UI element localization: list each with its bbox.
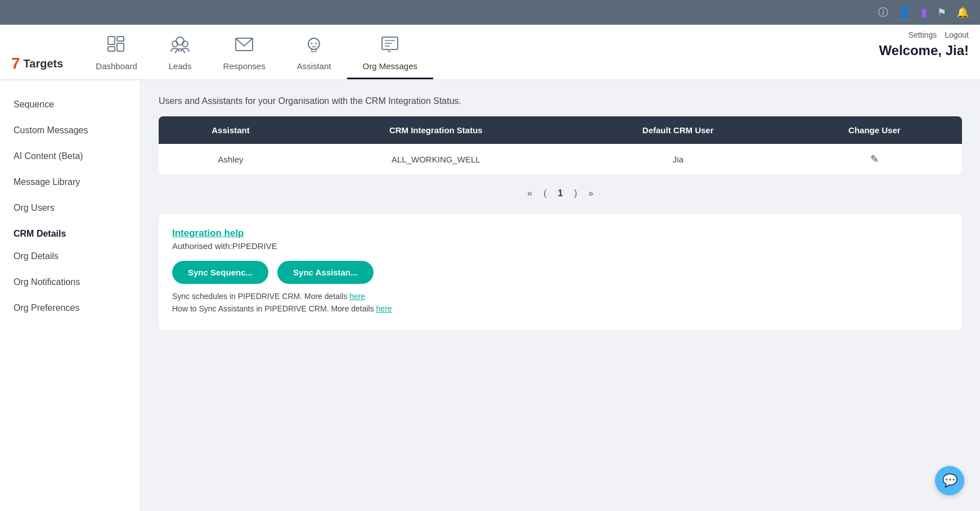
pagination: « ( 1 ) » — [159, 188, 962, 198]
nav-item-responses[interactable]: Responses — [208, 30, 281, 79]
svg-rect-3 — [117, 43, 124, 51]
nav-item-dashboard[interactable]: Dashboard — [80, 30, 152, 79]
sidebar-item-org-notifications[interactable]: Org Notifications — [0, 269, 140, 295]
flag-icon[interactable]: ⚑ — [937, 6, 946, 19]
content-description: Users and Assistants for your Organisati… — [159, 96, 962, 106]
crm-details-section: Integration help Authorised with:PIPEDRI… — [159, 214, 962, 330]
header-right: Settings Logout Welcome, Jia! — [879, 30, 969, 63]
sidebar-item-org-preferences[interactable]: Org Preferences — [0, 295, 140, 321]
svg-point-8 — [308, 38, 320, 49]
nav-label-org-messages: Org Messages — [363, 61, 418, 71]
col-change-user: Change User — [787, 116, 962, 144]
edit-icon[interactable]: ✎ — [870, 153, 879, 165]
cell-change-user[interactable]: ✎ — [787, 144, 962, 175]
cell-crm-status: ALL_WORKING_WELL — [303, 144, 569, 175]
nav-items: Dashboard Leads — [80, 30, 433, 79]
logo[interactable]: 7Targets — [11, 55, 63, 79]
pagination-last[interactable]: » — [588, 188, 594, 198]
svg-rect-11 — [312, 49, 316, 52]
user-icon[interactable]: 👤 — [898, 6, 911, 19]
nav-item-org-messages[interactable]: Org Messages — [347, 30, 434, 79]
sidebar-item-org-users[interactable]: Org Users — [0, 195, 140, 221]
header-links: Settings Logout — [909, 30, 969, 39]
sync-assistant-button[interactable]: Sync Assistan... — [277, 261, 374, 284]
col-crm-status: CRM Integration Status — [303, 116, 569, 144]
responses-icon — [234, 35, 254, 58]
sidebar-section-crm-details: CRM Details — [0, 221, 140, 243]
cell-default-user: Jia — [569, 144, 787, 175]
sync-buttons: Sync Sequenc... Sync Assistan... — [172, 261, 948, 284]
header: 7Targets Dashboard — [0, 25, 980, 80]
col-assistant: Assistant — [159, 116, 303, 144]
sync-note-1-link[interactable]: here — [349, 292, 365, 301]
sidebar-item-ai-content[interactable]: AI Content (Beta) — [0, 143, 140, 169]
sync-note-2-text: How to Sync Assistants in PIPEDRIVE CRM.… — [172, 304, 376, 313]
sidebar-item-org-details[interactable]: Org Details — [0, 243, 140, 269]
notification-purple-icon[interactable]: ▮ — [921, 6, 927, 19]
sync-note-1-text: Sync schedules in PIPEDRIVE CRM. More de… — [172, 292, 349, 301]
svg-rect-2 — [117, 37, 124, 41]
sidebar: Sequence Custom Messages AI Content (Bet… — [0, 80, 141, 511]
logo-targets: Targets — [24, 57, 64, 70]
nav-label-assistant: Assistant — [297, 61, 331, 71]
settings-link[interactable]: Settings — [909, 30, 937, 39]
sync-note-2: How to Sync Assistants in PIPEDRIVE CRM.… — [172, 304, 948, 313]
bell-icon[interactable]: 🔔 — [956, 6, 969, 19]
leads-icon — [170, 35, 190, 58]
svg-point-10 — [316, 43, 317, 44]
welcome-text: Welcome, Jia! — [879, 43, 969, 58]
authorised-with-text: Authorised with:PIPEDRIVE — [172, 241, 948, 251]
content-area: Users and Assistants for your Organisati… — [141, 80, 980, 511]
nav-item-assistant[interactable]: Assistant — [281, 30, 347, 79]
sidebar-item-custom-messages[interactable]: Custom Messages — [0, 117, 140, 143]
nav-item-leads[interactable]: Leads — [153, 30, 208, 79]
integration-help-link[interactable]: Integration help — [172, 228, 948, 239]
table-row: Ashley ALL_WORKING_WELL Jia ✎ — [159, 144, 962, 175]
sync-sequence-button[interactable]: Sync Sequenc... — [172, 261, 268, 284]
info-icon[interactable]: ⓘ — [878, 6, 888, 19]
assistant-icon — [304, 35, 324, 58]
logo-seven: 7 — [11, 55, 20, 73]
logout-link[interactable]: Logout — [945, 30, 969, 39]
dashboard-icon — [106, 35, 127, 58]
pagination-next[interactable]: ) — [574, 188, 577, 198]
svg-rect-1 — [108, 47, 115, 51]
cell-assistant: Ashley — [159, 144, 303, 175]
nav-label-leads: Leads — [169, 61, 192, 71]
crm-table: Assistant CRM Integration Status Default… — [159, 116, 962, 175]
pagination-first[interactable]: « — [527, 188, 532, 198]
sidebar-item-sequence[interactable]: Sequence — [0, 92, 140, 117]
svg-point-9 — [311, 43, 313, 44]
main-layout: Sequence Custom Messages AI Content (Bet… — [0, 80, 980, 511]
sidebar-item-message-library[interactable]: Message Library — [0, 169, 140, 195]
sync-note-2-link[interactable]: here — [376, 304, 392, 313]
topbar: ⓘ 👤 ▮ ⚑ 🔔 — [0, 0, 980, 25]
nav-label-dashboard: Dashboard — [96, 61, 137, 71]
pagination-current: 1 — [558, 188, 563, 198]
table-header-row: Assistant CRM Integration Status Default… — [159, 116, 962, 144]
chat-button[interactable]: 💬 — [935, 466, 964, 495]
sync-note-1: Sync schedules in PIPEDRIVE CRM. More de… — [172, 292, 948, 301]
nav-label-responses: Responses — [223, 61, 266, 71]
col-default-user: Default CRM User — [569, 116, 787, 144]
pagination-prev[interactable]: ( — [543, 188, 546, 198]
svg-rect-0 — [108, 37, 115, 44]
org-messages-icon — [380, 35, 400, 58]
chat-icon: 💬 — [942, 473, 957, 488]
header-left: 7Targets Dashboard — [11, 30, 433, 79]
